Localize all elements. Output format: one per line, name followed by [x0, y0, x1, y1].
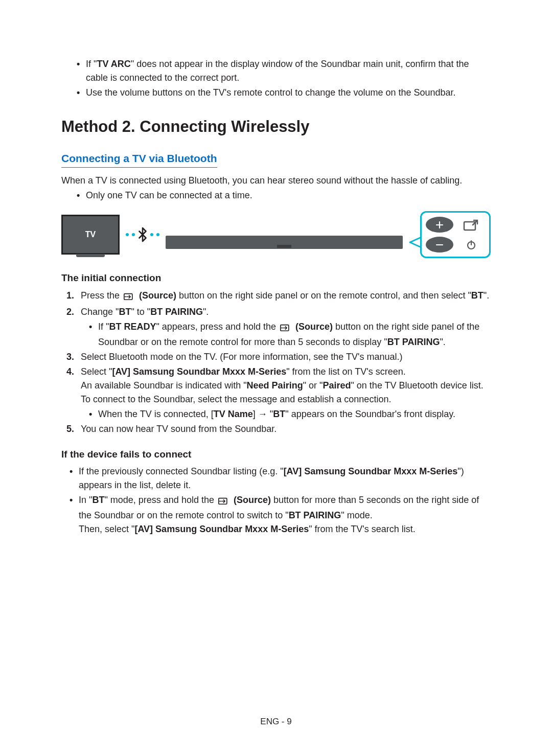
page-footer: ENG - 9: [0, 715, 552, 728]
fails-to-connect-list: If the previously connected Soundbar lis…: [70, 465, 491, 536]
power-icon: [457, 237, 485, 253]
step-4: Select "[AV] Samsung Soundbar Mxxx M-Ser…: [66, 365, 491, 421]
plus-icon: [426, 217, 453, 233]
step-1: Press the (Source) button on the right s…: [66, 289, 491, 304]
minus-icon: [426, 237, 453, 253]
step-5: You can now hear TV sound from the Sound…: [66, 422, 491, 436]
text: " does not appear in the display window …: [86, 59, 469, 83]
step-2: Change "BT" to "BT PAIRING". If "BT READ…: [66, 305, 491, 349]
source-icon: [280, 322, 292, 335]
intro-bullet: Only one TV can be connected at a time.: [77, 189, 491, 202]
carryover-notes: If "TV ARC" does not appear in the displ…: [77, 57, 491, 100]
tv-label: TV: [85, 228, 96, 241]
source-icon: [123, 290, 135, 304]
svg-rect-0: [464, 222, 475, 230]
source-icon: [218, 495, 230, 509]
text: Use the volume buttons on the TV's remot…: [86, 87, 456, 98]
bluetooth-link-graphic: [126, 228, 159, 241]
side-panel-graphic: [420, 211, 491, 258]
step-3: Select Bluetooth mode on the TV. (For mo…: [66, 350, 491, 364]
step-4-sub: When the TV is connected, [TV Name] → "B…: [89, 407, 491, 421]
heading-initial-connection: The initial connection: [61, 271, 491, 286]
note-tv-arc: If "TV ARC" does not appear in the displ…: [77, 57, 491, 85]
heading-connect-bt: Connecting a TV via Bluetooth: [61, 150, 217, 168]
step-2-sub: If "BT READY" appears, press and hold th…: [89, 320, 491, 349]
text: If ": [86, 59, 97, 69]
source-label: (Source): [231, 495, 271, 505]
note-volume-buttons: Use the volume buttons on the TV's remot…: [77, 86, 491, 100]
fail-bullet-2: In "BT" mode, press and hold the (Source…: [70, 493, 491, 536]
source-label: (Source): [136, 290, 176, 301]
bluetooth-diagram: TV: [61, 210, 491, 260]
initial-connection-steps: Press the (Source) button on the right s…: [66, 289, 491, 436]
heading-fails-to-connect: If the device fails to connect: [61, 447, 491, 462]
bluetooth-icon: [138, 228, 147, 241]
intro-sentence: When a TV is connected using Bluetooth, …: [61, 174, 491, 188]
source-label: (Source): [293, 322, 333, 332]
fail-bullet-1: If the previously connected Soundbar lis…: [70, 465, 491, 492]
soundbar-graphic: [166, 236, 403, 249]
heading-method-2: Method 2. Connecting Wirelessly: [61, 115, 491, 139]
tv-graphic: TV: [61, 215, 120, 255]
source-icon: [457, 217, 485, 233]
tv-arc-label: TV ARC: [97, 59, 130, 69]
callout-arrow: [408, 236, 421, 249]
